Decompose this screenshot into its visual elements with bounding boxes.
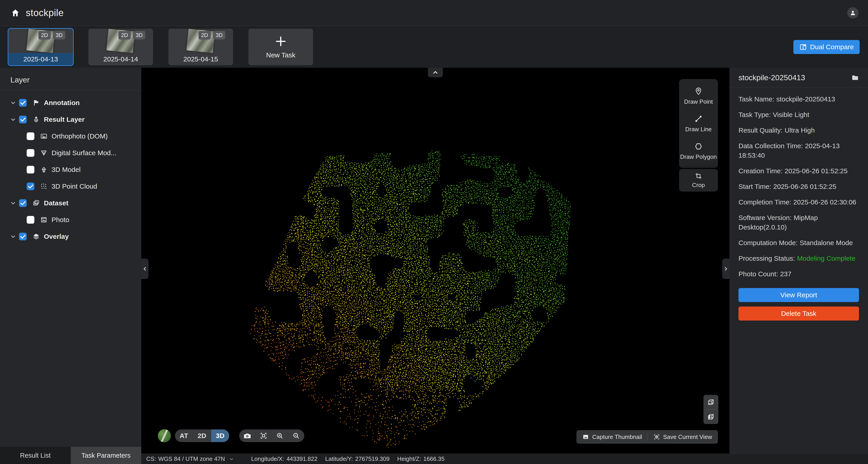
screenshot-button[interactable] (239, 429, 255, 442)
chevron-down-icon[interactable] (10, 100, 19, 106)
new-task-button[interactable]: New Task (248, 29, 313, 65)
capture-thumbnail-button[interactable]: Capture Thumbnail (582, 433, 642, 440)
checkbox-orthophoto[interactable] (27, 132, 34, 140)
collapse-taskbar-button[interactable] (428, 68, 443, 77)
task-fields: Task Name:stockpile-20250413 Task Type:V… (730, 88, 868, 285)
zoom-in-button[interactable] (272, 429, 288, 442)
user-avatar-button[interactable] (847, 7, 859, 19)
tab-task-parameters[interactable]: Task Parameters (71, 447, 142, 464)
layer-item-photo[interactable]: Photo (0, 211, 141, 228)
layer-item-annotation[interactable]: Annotation (0, 94, 141, 111)
layer-item-dataset[interactable]: Dataset (0, 195, 141, 211)
task-card-2025-04-15[interactable]: 2D 3D 2025-04-15 (168, 29, 233, 65)
mode-at-button[interactable]: AT (175, 429, 193, 442)
latitude-readout: Latitude/Y: 2767519.309 (318, 456, 390, 462)
save-view-label: Save Current View (663, 433, 712, 440)
draw-line-button[interactable]: Draw Line (679, 110, 718, 137)
longitude-label: Longitude/X: (251, 456, 284, 462)
dual-compare-button[interactable]: Dual Compare (794, 40, 860, 54)
chevron-down-icon[interactable] (10, 233, 19, 240)
task-panel-title: stockpile-20250413 (739, 73, 805, 82)
line-icon (694, 114, 703, 123)
layer-item-3d-point-cloud[interactable]: 3D Point Cloud (0, 178, 141, 195)
flag-icon (31, 99, 41, 106)
chevron-left-icon (142, 266, 148, 272)
solid-face-cube-icon[interactable] (704, 409, 718, 424)
collapse-sidebar-button[interactable] (141, 259, 149, 279)
layer-label: 3D Model (52, 166, 81, 173)
task-date: 2025-04-14 (88, 53, 153, 65)
delete-task-button[interactable]: Delete Task (739, 306, 859, 321)
field-completion-time: Completion Time:2025-06-26 02:30:06 (739, 197, 859, 207)
camera-icon (243, 432, 251, 440)
field-photo-count: Photo Count:237 (739, 269, 859, 279)
badge-3d: 3D (133, 31, 145, 39)
tab-result-list[interactable]: Result List (0, 447, 71, 464)
checkbox-dataset[interactable] (19, 199, 27, 207)
layer-sidebar: Layer Annotation (0, 68, 141, 464)
height-label: Height/Z: (397, 456, 421, 462)
photo-stack-icon (31, 199, 41, 207)
chevron-down-icon[interactable] (10, 200, 19, 206)
layer-item-orthophoto[interactable]: Orthophoto (DOM) (0, 128, 141, 144)
map-viewer: Draw Point Draw Line Draw Polygon (141, 68, 730, 454)
chevron-down-icon[interactable] (10, 117, 19, 123)
mode-2d-button[interactable]: 2D (193, 429, 211, 442)
layer-label: Orthophoto (DOM) (52, 132, 107, 140)
badge-2d: 2D (38, 31, 51, 39)
coordinate-system[interactable]: CS: WGS 84 / UTM zone 47N (146, 456, 234, 462)
draw-polygon-button[interactable]: Draw Polygon (679, 137, 718, 165)
collapse-right-panel-button[interactable] (722, 259, 730, 279)
layer-panel-title: Layer (0, 68, 141, 90)
mode-3d-button[interactable]: 3D (211, 429, 229, 442)
checkbox-overlay[interactable] (19, 233, 27, 240)
task-card-2025-04-13[interactable]: 2D 3D 2025-04-13 (8, 29, 73, 65)
layer-item-dsm[interactable]: Digital Surface Mod... (0, 144, 141, 161)
crop-label: Crop (692, 181, 705, 189)
field-result-quality: Result Quality:Ultra High (739, 126, 859, 135)
point-cloud-canvas[interactable] (141, 68, 730, 454)
save-current-view-button[interactable]: Save Current View (653, 433, 712, 440)
draw-point-button[interactable]: Draw Point (679, 82, 718, 110)
chevron-right-icon (723, 266, 729, 272)
layer-item-3d-model[interactable]: 3D Model (0, 161, 141, 178)
chevron-up-icon (432, 69, 439, 76)
checkbox-dsm[interactable] (27, 149, 34, 157)
mini-map-button[interactable] (158, 429, 171, 442)
layer-item-result-layer[interactable]: Result Layer (0, 111, 141, 128)
task-card-2025-04-14[interactable]: 2D 3D 2025-04-14 (88, 29, 153, 65)
layer-label: Digital Surface Mod... (52, 149, 116, 157)
folder-icon[interactable] (851, 74, 859, 81)
wireframe-cube-icon[interactable] (704, 395, 718, 409)
zoom-out-button[interactable] (288, 429, 304, 442)
home-button[interactable] (9, 7, 21, 19)
surface-model-icon (39, 149, 49, 157)
checkbox-3d-model[interactable] (27, 166, 34, 173)
layer-item-overlay[interactable]: Overlay (0, 228, 141, 245)
draw-tools-panel: Draw Point Draw Line Draw Polygon (679, 79, 718, 168)
longitude-value: 443391.822 (286, 456, 317, 462)
layers-icon (31, 233, 41, 240)
person-icon (850, 10, 856, 16)
chevron-down-icon[interactable] (229, 457, 234, 462)
checkbox-photo[interactable] (27, 216, 34, 224)
badge-2d: 2D (198, 31, 211, 39)
zoom-in-icon (276, 432, 284, 440)
app-title: stockpile (26, 7, 64, 18)
task-panel-header: stockpile-20250413 (730, 68, 868, 88)
checkbox-3d-point-cloud[interactable] (27, 183, 34, 190)
task-date: 2025-04-15 (168, 53, 233, 65)
main-area: Layer Annotation (0, 68, 868, 464)
image-icon (39, 133, 49, 140)
height-readout: Height/Z: 1666.35 (390, 456, 444, 462)
view-cube-panel (704, 395, 718, 424)
checkbox-annotation[interactable] (19, 99, 27, 107)
task-date: 2025-04-13 (8, 53, 73, 65)
crop-button[interactable]: Crop (679, 169, 718, 192)
layer-tree: Annotation Result Layer Orthophoto (DOM) (0, 90, 141, 447)
sidebar-tab-strip: Result List Task Parameters (0, 447, 141, 464)
height-value: 1666.35 (423, 456, 445, 462)
checkbox-result-layer[interactable] (19, 115, 27, 123)
view-report-button[interactable]: View Report (739, 288, 859, 302)
fit-view-button[interactable] (255, 429, 272, 442)
